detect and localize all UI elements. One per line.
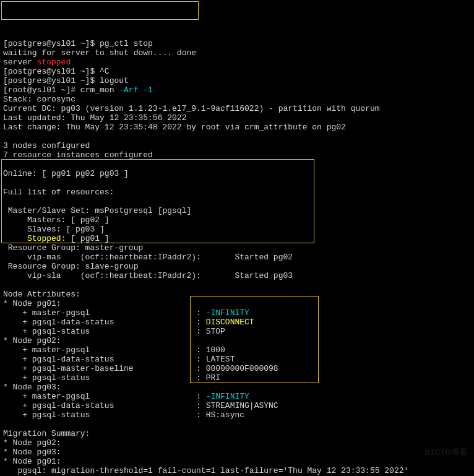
output-line: 7 resource instances configured [3, 150, 153, 160]
command: logout [100, 76, 129, 85]
output-line: Resource Group: slave-group [3, 262, 138, 271]
command-args: -Arf -1 [119, 85, 153, 95]
status-stopped: stopped [37, 58, 71, 67]
prompt: [postgres@ysl01 ~]$ [3, 39, 100, 48]
node-header: * Node pg03: [3, 383, 61, 392]
highlight-box-resources [1, 159, 314, 243]
output-line: server [3, 58, 37, 67]
attr-value-infinity: -INFINITY [206, 392, 249, 401]
output-line: vip-mas (ocf::heartbeat:IPaddr2): Starte… [3, 253, 293, 262]
attr-line: + pgsql-data-status : [3, 318, 206, 327]
output-line: Resource Group: master-group [3, 243, 143, 253]
output-line: Last change: Thu May 12 23:35:48 2022 by… [3, 123, 346, 132]
node-header: * Node pg01: [3, 457, 61, 466]
terminal-output: [postgres@ysl01 ~]$ pg_ctl stop waiting … [3, 39, 471, 476]
attr-line: + master-pgsql : [3, 392, 206, 401]
output-line: Current DC: pg03 (version 1.1.23-1.el7_9… [3, 104, 380, 113]
highlight-box-attributes [190, 296, 319, 383]
output-line: 3 nodes configured [3, 141, 90, 150]
section-header: Node Attributes: [3, 290, 80, 299]
node-header: * Node pg02: [3, 336, 61, 345]
attr-line: + master-pgsql : [3, 308, 206, 318]
output-line: waiting for server to shut down.... done [3, 48, 196, 58]
command: ^C [100, 67, 110, 76]
node-header: * Node pg01: [3, 299, 61, 308]
attr-line: + pgsql-status : HS:async [3, 410, 244, 420]
output-line: Stack: corosync [3, 95, 75, 104]
node-header: * Node pg03: [3, 448, 61, 457]
attr-line: + pgsql-status : PRI [3, 373, 220, 383]
highlight-box-command [1, 1, 199, 20]
prompt: [postgres@ysl01 ~]$ [3, 67, 100, 76]
output-line: vip-sla (ocf::heartbeat:IPaddr2): Starte… [3, 271, 293, 280]
command: crm_mon [80, 85, 119, 95]
watermark-text: 51CTO博客 [424, 448, 468, 457]
prompt-root: [root@ysl01 ~]# [3, 85, 80, 95]
output-line: Last updated: Thu May 12 23:35:56 2022 [3, 113, 186, 123]
command: pg_ctl stop [100, 39, 153, 48]
prompt: [postgres@ysl01 ~]$ [3, 76, 100, 85]
section-header: Migration Summary: [3, 429, 90, 438]
migration-line: pgsql: migration-threshold=1 fail-count=… [3, 466, 408, 475]
attr-line: + pgsql-data-status : STREAMING|ASYNC [3, 401, 278, 410]
node-header: * Node pg02: [3, 438, 61, 448]
